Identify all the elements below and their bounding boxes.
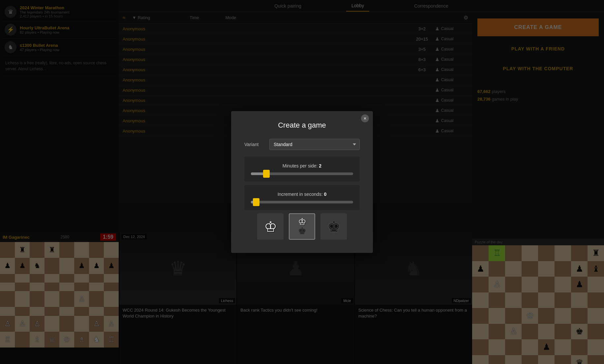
- random-inner: ♔ ♚: [298, 217, 306, 236]
- minutes-label: Minutes per side: 2: [251, 163, 353, 168]
- modal-overlay[interactable]: × Create a game Variant Standard Chess96…: [0, 0, 604, 364]
- variant-label: Variant: [244, 142, 264, 147]
- minutes-section: Minutes per side: 2: [244, 157, 360, 182]
- variant-select[interactable]: Standard Chess960 Crazyhouse King of the…: [269, 139, 360, 150]
- play-white-option[interactable]: ♔: [257, 213, 284, 240]
- create-game-modal: × Create a game Variant Standard Chess96…: [231, 111, 373, 253]
- increment-label: Increment in seconds: 0: [251, 192, 353, 197]
- increment-slider-track: [251, 201, 353, 203]
- modal-close-button[interactable]: ×: [361, 114, 369, 122]
- variant-row: Variant Standard Chess960 Crazyhouse Kin…: [244, 139, 360, 150]
- increment-slider-thumb[interactable]: [253, 198, 259, 206]
- increment-section: Increment in seconds: 0: [244, 185, 360, 210]
- play-random-option[interactable]: ♔ ♚: [289, 213, 315, 240]
- modal-title: Create a game: [244, 121, 360, 130]
- piece-selector: ♔ ♔ ♚ ♚: [244, 213, 360, 240]
- minutes-slider-thumb[interactable]: [263, 170, 270, 178]
- minutes-slider-track: [251, 172, 353, 175]
- play-black-option[interactable]: ♚: [320, 213, 347, 240]
